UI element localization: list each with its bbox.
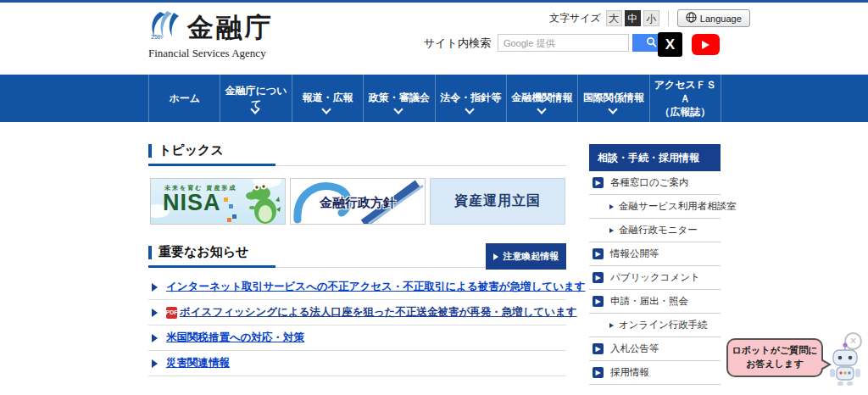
sidebar-item-label: 入札公告等 (610, 342, 659, 355)
pixel-decoration (222, 211, 226, 215)
arrow-right-icon (609, 228, 614, 233)
nav-policy-councils[interactable]: 政策・審議会 (364, 75, 435, 122)
arrow-right-icon (493, 253, 498, 260)
sidebar-item-bidding[interactable]: ▶ 入札公告等 (589, 337, 721, 361)
heading-underline-accent (148, 164, 275, 166)
sidebar-item-label: 各種窓口のご案内 (610, 176, 689, 189)
heading-underline (148, 164, 566, 166)
sidebar-item-label: 金融行政モニター (619, 224, 698, 236)
sidebar-item-online-procedures[interactable]: オンライン行政手続 (589, 314, 721, 337)
nav-access-fsa[interactable]: アクセスＦＳＡ （広報誌） (650, 75, 721, 122)
nav-press[interactable]: 報道・広報 (292, 75, 364, 122)
arrow-square-icon: ▶ (593, 272, 604, 283)
news-link[interactable]: 米国関税措置への対応・対策 (166, 331, 304, 345)
news-item[interactable]: PDF ボイスフィッシングによる法人口座を狙った不正送金被害が再発・急増していま… (148, 300, 566, 325)
youtube-play-icon (702, 41, 709, 49)
pixel-decoration (224, 198, 228, 202)
x-glyph: X (665, 36, 675, 53)
news-item[interactable]: 災害関連情報 (148, 351, 566, 376)
chevron-down-icon (322, 104, 331, 114)
news-item[interactable]: 米国関税措置への対応・対策 (148, 325, 566, 351)
chevron-down-icon (537, 104, 546, 114)
news-item[interactable]: インターネット取引サービスへの不正アクセス・不正取引による被害が急増しています (148, 275, 566, 300)
sidebar-item-contact-windows[interactable]: ▶ 各種窓口のご案内 (589, 171, 721, 195)
chatbot-message-line1: ロボットがご質問に (732, 344, 818, 358)
arrow-square-icon: ▶ (593, 248, 604, 259)
global-nav: ホーム 金融庁について 報道・広報 政策・審議会 法令・指針等 金融機関情報 国… (0, 75, 868, 122)
news-link[interactable]: インターネット取引サービスへの不正アクセス・不正取引による被害が急増しています (166, 280, 586, 294)
nav-institutions-label: 金融機関情報 (512, 91, 573, 104)
language-button[interactable]: Language (677, 9, 750, 27)
sidebar-item-admin-monitor[interactable]: 金融行政モニター (589, 219, 721, 242)
chatbot-message-line2: お答えします (746, 358, 803, 371)
banner-financial-policy[interactable]: 金融行政方針 (290, 178, 426, 225)
nav-international-label: 国際関係情報 (583, 91, 644, 104)
nav-access-fsa-label2: （広報誌） (659, 105, 710, 119)
x-twitter-icon[interactable]: X (658, 32, 682, 57)
banner-asset-management[interactable]: 資産運用立国 (430, 178, 565, 225)
news-link[interactable]: ボイスフィッシングによる法人口座を狙った不正送金被害が再発・急増しています (180, 305, 577, 320)
site-subtitle: Financial Services Agency (148, 47, 274, 60)
arrow-right-icon (152, 283, 158, 292)
topics-heading: トピックス (159, 142, 224, 159)
nav-laws-guidelines[interactable]: 法令・指針等 (436, 75, 507, 122)
nisa-mascot-crocodile (237, 182, 281, 225)
arrow-square-icon: ▶ (593, 367, 604, 378)
pdf-icon: PDF (166, 307, 177, 319)
site-title: 金融庁 (187, 10, 274, 46)
search-icon (646, 36, 657, 50)
sidebar-item-public-comment[interactable]: ▶ パブリックコメント (589, 266, 721, 290)
youtube-icon[interactable] (692, 34, 720, 55)
nav-financial-institutions[interactable]: 金融機関情報 (507, 75, 578, 122)
nav-home[interactable]: ホーム (148, 75, 220, 122)
site-search: サイト内検索 (424, 34, 671, 52)
sidebar-item-information-disclosure[interactable]: ▶ 情報公開等 (589, 242, 721, 266)
sidebar-item-label: 金融サービス利用者相談室 (619, 200, 737, 213)
nav-access-fsa-label: アクセスＦＳＡ (650, 78, 721, 105)
font-size-medium-button[interactable]: 中 (625, 10, 641, 26)
sidebar-item-label: 申請・届出・照会 (610, 295, 688, 308)
heading-underline-accent (148, 265, 275, 268)
nav-about-fsa[interactable]: 金融庁について (220, 75, 292, 122)
fsa-logo[interactable]: 25th 金融庁 Financial Services Agency (148, 10, 274, 60)
nav-press-label: 報道・広報 (302, 91, 353, 104)
chatbot-speech-bubble[interactable]: ロボットがご質問に お答えします (726, 338, 823, 377)
banner-nisa[interactable]: 未来を育む 資産形成 NISA (150, 178, 286, 225)
financial-policy-title: 金融行政方針 (291, 195, 425, 211)
chevron-down-icon (465, 104, 475, 114)
chatbot-robot-icon[interactable] (828, 342, 862, 391)
fsa-homepage: { "header": { "logo_title": "金融庁", "logo… (0, 0, 868, 395)
nisa-title: NISA (163, 190, 221, 216)
nav-policy-label: 政策・審議会 (369, 91, 430, 104)
sidebar-item-label: オンライン行政手続 (619, 319, 708, 331)
arrow-right-icon (152, 309, 158, 317)
arrow-right-icon (609, 204, 614, 209)
chevron-down-icon (608, 104, 617, 114)
topics-section: トピックス (148, 142, 566, 166)
arrow-right-icon (609, 323, 614, 328)
font-size-large-button[interactable]: 大 (606, 10, 622, 26)
bubble-tail (821, 360, 828, 369)
nav-international[interactable]: 国際関係情報 (578, 75, 649, 122)
sidebar-item-label: 情報公開等 (610, 248, 659, 260)
sidebar-item-user-consultation[interactable]: 金融サービス利用者相談室 (589, 195, 721, 219)
top-accent-line (0, 0, 868, 3)
important-heading: 重要なお知らせ (159, 244, 248, 260)
sidebar-item-applications[interactable]: ▶ 申請・届出・照会 (589, 290, 721, 314)
sidebar-item-label: 採用情報 (610, 366, 649, 379)
svg-text:25th: 25th (151, 34, 163, 40)
sidebar-item-recruitment[interactable]: ▶ 採用情報 (589, 361, 721, 385)
font-size-small-button[interactable]: 小 (643, 10, 659, 26)
fsa-logo-icon: 25th (148, 10, 184, 46)
font-size-controls: 文字サイズ 大 中 小 Language (549, 9, 750, 27)
news-link[interactable]: 災害関連情報 (166, 356, 230, 370)
arrow-right-icon (152, 359, 158, 368)
arrow-square-icon: ▶ (593, 343, 604, 354)
pixel-decoration (229, 204, 233, 209)
alert-info-button[interactable]: 注意喚起情報 (486, 243, 566, 270)
arrow-square-icon: ▶ (593, 296, 604, 307)
nav-home-label: ホーム (169, 92, 200, 105)
heading-accent-bar (148, 144, 152, 158)
header-divider (668, 11, 669, 26)
search-input[interactable] (498, 34, 629, 52)
